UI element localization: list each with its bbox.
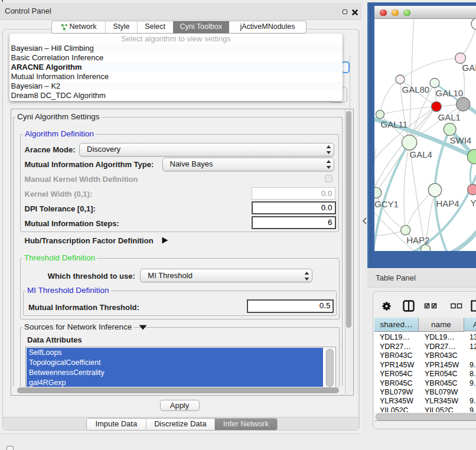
svg-text:HAP4: HAP4 bbox=[436, 198, 459, 208]
svg-text:GAL80: GAL80 bbox=[402, 84, 429, 94]
svg-text:GAL2: GAL2 bbox=[462, 62, 476, 72]
svg-text:Y: Y bbox=[470, 198, 476, 208]
svg-text:GCY1: GCY1 bbox=[374, 199, 399, 209]
svg-text:HAP2: HAP2 bbox=[406, 234, 429, 244]
svg-text:GAL4: GAL4 bbox=[409, 149, 432, 159]
svg-text:GAL10: GAL10 bbox=[435, 87, 463, 97]
svg-text:GAL1: GAL1 bbox=[438, 112, 460, 122]
svg-text:SWI4: SWI4 bbox=[449, 135, 471, 145]
svg-text:GAL11: GAL11 bbox=[380, 119, 407, 129]
